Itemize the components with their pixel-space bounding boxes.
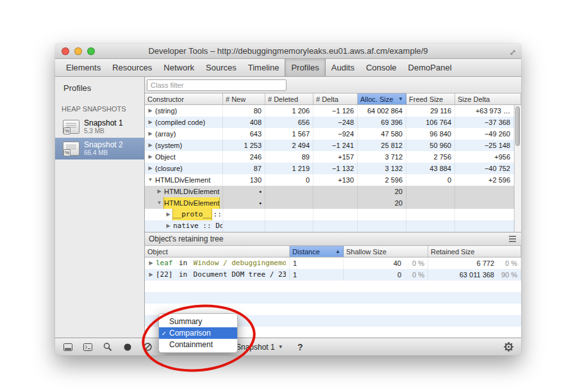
cell-size-delta: −40 752	[455, 163, 514, 174]
zoom-button[interactable]	[87, 47, 95, 55]
tab-timeline[interactable]: Timeline	[242, 59, 285, 76]
retaining-tree-title: Object's retaining tree	[149, 234, 223, 243]
retaining-tree-header: Object's retaining tree	[145, 232, 521, 246]
disclosure-right-icon[interactable]: ▶	[147, 151, 153, 163]
retained-size-value: 63 011 368	[431, 269, 494, 281]
disclosure-down-icon[interactable]: ▼	[147, 174, 153, 186]
resize-icon[interactable]	[509, 47, 517, 59]
column-header-new[interactable]: # New	[223, 94, 265, 104]
minimize-button[interactable]	[74, 47, 82, 55]
table-row[interactable]: ▶(compiled code)408656−24869 396106 764−…	[145, 117, 514, 128]
constructor-cell: ▼HTMLDivElement	[145, 197, 223, 209]
close-button[interactable]	[62, 47, 69, 55]
disclosure-right-icon[interactable]: ▶	[165, 220, 171, 232]
tab-demopanel[interactable]: DemoPanel	[403, 59, 458, 76]
column-header-freed-size[interactable]: Freed Size	[406, 94, 455, 104]
disclosure-right-icon[interactable]: ▶	[148, 269, 154, 281]
table-row[interactable]: ▶Object24689+1573 7122 756+956	[145, 151, 514, 163]
table-row[interactable]: ▶(string)801 206−1 12664 002 86429 116+6…	[145, 105, 514, 117]
table-row[interactable]: ▶(system)1 2532 494−1 24125 81250 960−25…	[145, 140, 514, 151]
constructor-name: (string)	[155, 105, 177, 117]
column-header-label: Size Delta	[458, 95, 490, 103]
cell-delta: −1 126	[313, 105, 358, 117]
column-header-deleted[interactable]: # Deleted	[265, 94, 313, 104]
table-row[interactable]: ▼HTMLDivElement1300+1302 5960+2 596	[145, 174, 514, 186]
table-row[interactable]: ▶__proto__ ::	[145, 209, 514, 220]
disclosure-right-icon[interactable]: ▶	[147, 105, 153, 117]
search-icon[interactable]	[102, 341, 113, 353]
column-header-label: # Delta	[316, 95, 338, 103]
empty-row	[145, 292, 521, 304]
disclosure-down-icon[interactable]: ▼	[156, 197, 162, 209]
snapshot-text: Snapshot 266.4 MB	[84, 140, 123, 157]
main-panel: Constructor# New# Deleted# DeltaAlloc. S…	[145, 77, 521, 338]
cell-freed: 29 116	[406, 105, 455, 117]
vertical-scrollbar[interactable]	[514, 105, 521, 232]
sort-arrow-icon: ▼	[396, 96, 403, 102]
column-header-size-delta[interactable]: Size Delta	[455, 94, 521, 104]
tab-sources[interactable]: Sources	[200, 59, 242, 76]
column-header-alloc-size[interactable]: Alloc. Size▼	[358, 94, 406, 104]
cell-new	[223, 209, 265, 220]
retaining-row[interactable]: ▶leaf in Window / debuggingmemo1400 %6 7…	[145, 257, 521, 269]
tab-audits[interactable]: Audits	[326, 59, 360, 76]
disclosure-right-icon[interactable]: ▶	[147, 163, 153, 174]
tab-profiles[interactable]: Profiles	[285, 59, 325, 76]
distance-cell: 1	[290, 257, 344, 269]
disclosure-right-icon[interactable]: ▶	[165, 209, 171, 220]
disclosure-right-icon[interactable]: ▶	[147, 117, 153, 128]
constructor-cell: ▶Object	[145, 151, 223, 163]
scrollbar-thumb[interactable]	[515, 106, 520, 146]
column-header-shallow-size[interactable]: Shallow Size	[344, 246, 428, 257]
tab-network[interactable]: Network	[158, 59, 200, 76]
snapshot-size: 66.4 MB	[84, 149, 123, 157]
column-header-distance[interactable]: Distance▲	[290, 246, 344, 257]
table-row[interactable]: ▶(closure)871 219−1 1323 13243 884−40 75…	[145, 163, 514, 174]
cell-deleted: 2 494	[265, 140, 313, 151]
column-header-object[interactable]: Object	[145, 246, 290, 257]
table-row[interactable]: ▶HTMLDivElement•20	[145, 186, 514, 197]
settings-gear-icon[interactable]	[503, 341, 514, 352]
disclosure-right-icon[interactable]: ▶	[156, 186, 162, 197]
object-connector: in	[174, 269, 191, 281]
column-header-constructor[interactable]: Constructor	[145, 94, 223, 104]
table-row[interactable]: ▶(array)6431 567−92447 58096 840−49 260	[145, 128, 514, 140]
cell-delta: −924	[313, 128, 358, 140]
sidebar-item-snapshot-2[interactable]: %Snapshot 266.4 MB	[55, 138, 144, 159]
tab-resources[interactable]: Resources	[106, 59, 158, 76]
constructor-name: HTMLDivElement	[155, 174, 210, 186]
column-header-delta[interactable]: # Delta	[313, 94, 358, 104]
disclosure-right-icon[interactable]: ▶	[148, 257, 154, 269]
column-header-retained-size[interactable]: Retained Size	[428, 246, 521, 257]
constructor-cell: ▶(closure)	[145, 163, 223, 174]
constructor-name: __proto__	[173, 209, 212, 220]
table-row[interactable]: ▶native :: Do	[145, 220, 514, 232]
dock-side-icon[interactable]	[62, 341, 74, 353]
retaining-row[interactable]: ▶[22] in Document DOM tree / 23100 %63 0…	[145, 269, 521, 281]
disclosure-right-icon[interactable]: ▶	[147, 128, 153, 140]
page-background: Developer Tools – http://debuggingmemory…	[0, 0, 575, 392]
shallow-size-value: 0	[347, 269, 401, 281]
constructor-name: HTMLDivElement	[164, 186, 219, 197]
tab-console[interactable]: Console	[360, 59, 403, 76]
table-row[interactable]: ▼HTMLDivElement•20	[145, 197, 514, 209]
window-titlebar: Developer Tools – http://debuggingmemory…	[55, 44, 521, 59]
tab-elements[interactable]: Elements	[60, 59, 106, 76]
cell-deleted: 656	[265, 117, 313, 128]
class-filter-input[interactable]	[147, 79, 287, 91]
column-header-label: Freed Size	[409, 95, 443, 103]
heap-table-body: ▶(string)801 206−1 12664 002 86429 116+6…	[145, 105, 514, 232]
cell-freed	[406, 220, 455, 232]
console-icon[interactable]	[82, 341, 94, 353]
retaining-tree-menu-icon[interactable]	[509, 236, 516, 242]
cell-size-delta: −37 368	[455, 117, 514, 128]
cell-freed: 2 756	[406, 151, 455, 163]
object-name: [22]	[156, 269, 172, 281]
sidebar-item-snapshot-1[interactable]: %Snapshot 15.3 MB	[55, 116, 144, 138]
disclosure-right-icon[interactable]: ▶	[147, 140, 153, 151]
help-button[interactable]: ?	[297, 338, 303, 355]
record-profile-icon[interactable]	[122, 341, 133, 353]
column-header-label: Object	[147, 248, 168, 256]
cell-size-delta: +2 596	[455, 174, 514, 186]
cell-delta	[313, 209, 358, 220]
